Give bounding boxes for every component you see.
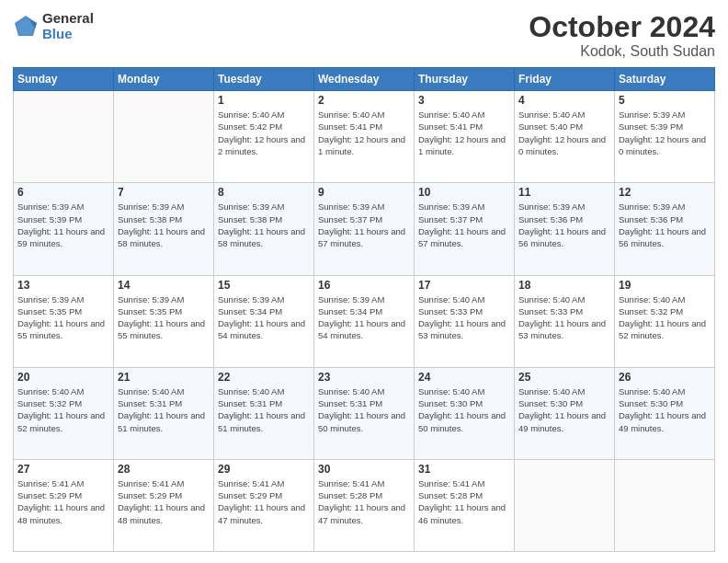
day-number: 23 — [318, 371, 410, 384]
day-info: Sunrise: 5:39 AM Sunset: 5:39 PM Dayligh… — [17, 201, 109, 249]
logo: General Blue — [13, 11, 94, 41]
day-number: 29 — [218, 463, 310, 476]
day-info: Sunrise: 5:40 AM Sunset: 5:31 PM Dayligh… — [118, 385, 210, 434]
day-number: 11 — [518, 186, 610, 199]
col-saturday: Saturday — [615, 68, 715, 91]
calendar-cell: 29Sunrise: 5:41 AM Sunset: 5:29 PM Dayli… — [214, 459, 314, 551]
calendar-cell: 4Sunrise: 5:40 AM Sunset: 5:40 PM Daylig… — [515, 91, 615, 183]
calendar-cell: 11Sunrise: 5:39 AM Sunset: 5:36 PM Dayli… — [515, 183, 615, 275]
day-number: 6 — [17, 186, 109, 199]
calendar-cell: 8Sunrise: 5:39 AM Sunset: 5:38 PM Daylig… — [214, 183, 314, 275]
calendar-cell — [114, 91, 214, 183]
day-number: 10 — [418, 186, 510, 199]
page: General Blue October 2024 Kodok, South S… — [0, 0, 728, 563]
day-number: 25 — [518, 371, 610, 384]
day-info: Sunrise: 5:41 AM Sunset: 5:28 PM Dayligh… — [418, 477, 510, 526]
calendar-cell: 17Sunrise: 5:40 AM Sunset: 5:33 PM Dayli… — [415, 275, 515, 367]
logo-text: General Blue — [42, 11, 94, 41]
calendar-cell: 21Sunrise: 5:40 AM Sunset: 5:31 PM Dayli… — [114, 367, 214, 459]
day-info: Sunrise: 5:40 AM Sunset: 5:33 PM Dayligh… — [418, 293, 510, 342]
day-info: Sunrise: 5:39 AM Sunset: 5:35 PM Dayligh… — [17, 293, 109, 342]
day-info: Sunrise: 5:41 AM Sunset: 5:29 PM Dayligh… — [17, 477, 109, 526]
calendar-cell: 25Sunrise: 5:40 AM Sunset: 5:30 PM Dayli… — [515, 367, 615, 459]
col-friday: Friday — [515, 68, 615, 91]
day-info: Sunrise: 5:41 AM Sunset: 5:29 PM Dayligh… — [118, 477, 210, 526]
calendar-cell: 6Sunrise: 5:39 AM Sunset: 5:39 PM Daylig… — [14, 183, 114, 275]
title-block: October 2024 Kodok, South Sudan — [529, 11, 715, 60]
col-thursday: Thursday — [415, 68, 515, 91]
day-info: Sunrise: 5:40 AM Sunset: 5:30 PM Dayligh… — [518, 385, 610, 434]
day-info: Sunrise: 5:40 AM Sunset: 5:41 PM Dayligh… — [318, 109, 410, 157]
calendar-cell — [14, 91, 114, 183]
day-info: Sunrise: 5:39 AM Sunset: 5:36 PM Dayligh… — [518, 201, 610, 249]
calendar-cell: 30Sunrise: 5:41 AM Sunset: 5:28 PM Dayli… — [314, 459, 415, 551]
day-info: Sunrise: 5:39 AM Sunset: 5:35 PM Dayligh… — [118, 293, 210, 342]
day-info: Sunrise: 5:39 AM Sunset: 5:38 PM Dayligh… — [118, 201, 210, 249]
calendar-cell: 10Sunrise: 5:39 AM Sunset: 5:37 PM Dayli… — [415, 183, 515, 275]
day-number: 28 — [118, 463, 210, 476]
calendar-cell: 22Sunrise: 5:40 AM Sunset: 5:31 PM Dayli… — [214, 367, 314, 459]
calendar-cell: 26Sunrise: 5:40 AM Sunset: 5:30 PM Dayli… — [615, 367, 715, 459]
day-info: Sunrise: 5:39 AM Sunset: 5:39 PM Dayligh… — [619, 109, 711, 157]
day-info: Sunrise: 5:40 AM Sunset: 5:32 PM Dayligh… — [619, 293, 711, 342]
col-tuesday: Tuesday — [214, 68, 314, 91]
day-number: 7 — [118, 186, 210, 199]
calendar-cell: 7Sunrise: 5:39 AM Sunset: 5:38 PM Daylig… — [114, 183, 214, 275]
calendar-header: Sunday Monday Tuesday Wednesday Thursday… — [14, 68, 715, 91]
calendar-cell: 27Sunrise: 5:41 AM Sunset: 5:29 PM Dayli… — [14, 459, 114, 551]
calendar-cell: 12Sunrise: 5:39 AM Sunset: 5:36 PM Dayli… — [615, 183, 715, 275]
calendar-week-0: 1Sunrise: 5:40 AM Sunset: 5:42 PM Daylig… — [14, 91, 715, 183]
logo-general: General — [42, 11, 94, 27]
day-number: 5 — [619, 94, 711, 107]
subtitle: Kodok, South Sudan — [529, 43, 715, 60]
col-monday: Monday — [114, 68, 214, 91]
day-number: 3 — [418, 94, 510, 107]
day-info: Sunrise: 5:41 AM Sunset: 5:29 PM Dayligh… — [218, 477, 310, 526]
day-info: Sunrise: 5:39 AM Sunset: 5:34 PM Dayligh… — [218, 293, 310, 342]
day-info: Sunrise: 5:40 AM Sunset: 5:32 PM Dayligh… — [17, 385, 109, 434]
calendar-week-1: 6Sunrise: 5:39 AM Sunset: 5:39 PM Daylig… — [14, 183, 715, 275]
day-info: Sunrise: 5:40 AM Sunset: 5:31 PM Dayligh… — [218, 385, 310, 434]
day-info: Sunrise: 5:39 AM Sunset: 5:37 PM Dayligh… — [418, 201, 510, 249]
calendar-week-4: 27Sunrise: 5:41 AM Sunset: 5:29 PM Dayli… — [14, 459, 715, 551]
header: General Blue October 2024 Kodok, South S… — [13, 11, 715, 60]
day-info: Sunrise: 5:41 AM Sunset: 5:28 PM Dayligh… — [318, 477, 410, 526]
calendar-cell: 3Sunrise: 5:40 AM Sunset: 5:41 PM Daylig… — [415, 91, 515, 183]
day-number: 4 — [518, 94, 610, 107]
day-number: 13 — [17, 279, 109, 292]
day-number: 19 — [619, 279, 711, 292]
day-number: 2 — [318, 94, 410, 107]
day-number: 24 — [418, 371, 510, 384]
day-number: 30 — [318, 463, 410, 476]
day-info: Sunrise: 5:40 AM Sunset: 5:33 PM Dayligh… — [518, 293, 610, 342]
day-number: 20 — [17, 371, 109, 384]
calendar-body: 1Sunrise: 5:40 AM Sunset: 5:42 PM Daylig… — [14, 91, 715, 552]
day-number: 9 — [318, 186, 410, 199]
calendar-cell: 14Sunrise: 5:39 AM Sunset: 5:35 PM Dayli… — [114, 275, 214, 367]
calendar-cell — [615, 459, 715, 551]
day-info: Sunrise: 5:40 AM Sunset: 5:30 PM Dayligh… — [619, 385, 711, 434]
calendar-cell: 16Sunrise: 5:39 AM Sunset: 5:34 PM Dayli… — [314, 275, 415, 367]
calendar-cell: 24Sunrise: 5:40 AM Sunset: 5:30 PM Dayli… — [415, 367, 515, 459]
day-info: Sunrise: 5:40 AM Sunset: 5:31 PM Dayligh… — [318, 385, 410, 434]
calendar-cell: 13Sunrise: 5:39 AM Sunset: 5:35 PM Dayli… — [14, 275, 114, 367]
calendar-week-3: 20Sunrise: 5:40 AM Sunset: 5:32 PM Dayli… — [14, 367, 715, 459]
day-number: 31 — [418, 463, 510, 476]
day-number: 16 — [318, 279, 410, 292]
col-wednesday: Wednesday — [314, 68, 415, 91]
calendar-cell: 23Sunrise: 5:40 AM Sunset: 5:31 PM Dayli… — [314, 367, 415, 459]
logo-icon — [13, 14, 39, 40]
calendar-cell: 9Sunrise: 5:39 AM Sunset: 5:37 PM Daylig… — [314, 183, 415, 275]
calendar-table: Sunday Monday Tuesday Wednesday Thursday… — [13, 67, 715, 552]
day-info: Sunrise: 5:39 AM Sunset: 5:38 PM Dayligh… — [218, 201, 310, 249]
day-number: 14 — [118, 279, 210, 292]
day-number: 21 — [118, 371, 210, 384]
main-title: October 2024 — [529, 11, 715, 43]
day-number: 26 — [619, 371, 711, 384]
day-info: Sunrise: 5:40 AM Sunset: 5:40 PM Dayligh… — [518, 109, 610, 157]
day-number: 8 — [218, 186, 310, 199]
header-row: Sunday Monday Tuesday Wednesday Thursday… — [14, 68, 715, 91]
day-number: 22 — [218, 371, 310, 384]
day-info: Sunrise: 5:39 AM Sunset: 5:37 PM Dayligh… — [318, 201, 410, 249]
day-info: Sunrise: 5:39 AM Sunset: 5:36 PM Dayligh… — [619, 201, 711, 249]
